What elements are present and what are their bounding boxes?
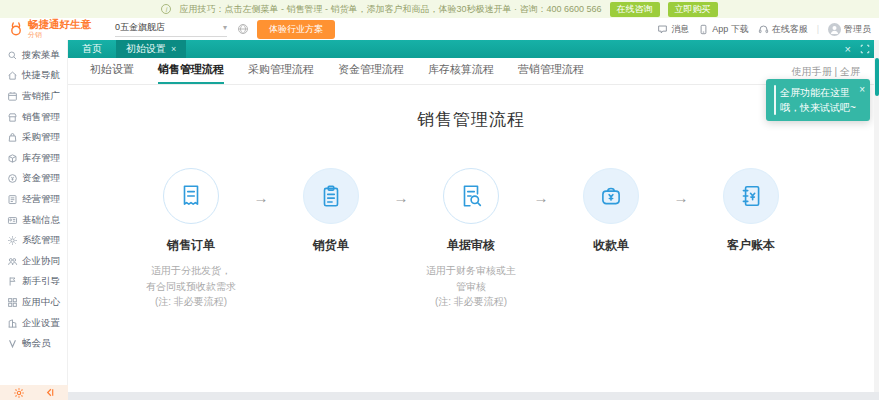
manual-fullscreen-links[interactable]: 使用手册 | 全屏 — [792, 65, 860, 79]
sidebar-nav: 搜索菜单 快捷导航 营销推广 销售管理 采购管理 库存管理 资金管理 经营管理 … — [0, 40, 68, 385]
sidebar-item-label: 经营管理 — [22, 193, 60, 206]
subtab-sales-process[interactable]: 销售管理流程 — [158, 62, 224, 84]
tab-home[interactable]: 首页 — [68, 40, 116, 58]
promo-topbar: i 应用技巧：点击左侧菜单 - 销售管理 - 销货单，添加客户和商品，体验30秒… — [0, 0, 879, 18]
settings-gear-icon[interactable] — [13, 387, 25, 399]
divider: | — [817, 24, 819, 34]
collapse-sidebar-icon[interactable] — [44, 387, 55, 398]
sidebar-item-member[interactable]: 畅会员 — [0, 333, 67, 354]
toast-close-icon[interactable]: × — [859, 82, 865, 97]
subtab-initial-settings[interactable]: 初始设置 — [90, 62, 134, 84]
sidebar-item-collaboration[interactable]: 企业协同 — [0, 251, 67, 272]
online-service-link[interactable]: 在线客服 — [758, 23, 808, 36]
flow-step-receipt: 收款单 — [559, 168, 663, 254]
subtab-marketing-process[interactable]: 营销管理流程 — [518, 62, 584, 84]
search-icon — [7, 50, 18, 61]
tab-bar: 首页 初始设置 × × — [68, 40, 879, 58]
brand-logo: 畅捷通好生意 分销 — [8, 19, 91, 38]
step-label: 销货单 — [279, 237, 383, 254]
sidebar-bottom-bar — [0, 385, 68, 400]
chat-bubble-icon — [657, 24, 668, 35]
buy-now-button[interactable]: 立即购买 — [668, 2, 718, 17]
step-description: 适用于分批发货， 有合同或预收款需求 (注: 非必要流程) — [139, 263, 243, 310]
consult-button[interactable]: 在线咨询 — [610, 2, 660, 17]
sidebar-item-quick-nav[interactable]: 快捷导航 — [0, 66, 67, 87]
tab-close-icon[interactable]: × — [171, 40, 176, 58]
coin-icon — [7, 173, 18, 184]
promo-tip-text: 应用技巧：点击左侧菜单 - 销售管理 - 销货单，添加客户和商品，体验30秒极速… — [179, 3, 601, 16]
sidebar-item-enterprise-settings[interactable]: 企业设置 — [0, 313, 67, 334]
flow-step-sales-invoice: 销货单 — [279, 168, 383, 254]
toast-accent-bar — [774, 85, 776, 115]
flag-icon — [7, 276, 18, 287]
clipboard-icon — [318, 183, 344, 209]
messages-link[interactable]: 消息 — [657, 23, 689, 36]
step-circle — [303, 168, 359, 224]
step-label: 收款单 — [559, 237, 663, 254]
flow-arrow-icon: → — [523, 189, 559, 206]
sidebar-item-label: 快捷导航 — [22, 69, 60, 82]
people-icon — [7, 256, 18, 267]
industry-solution-button[interactable]: 体验行业方案 — [257, 20, 335, 39]
org-select[interactable]: 0五金旗舰店 ▾ — [115, 21, 227, 37]
org-select-value: 0五金旗舰店 — [115, 21, 165, 34]
flow-arrow-icon: → — [383, 189, 419, 206]
messages-label: 消息 — [671, 23, 689, 36]
gear-icon — [7, 235, 18, 246]
app-download-link[interactable]: App 下载 — [698, 23, 749, 36]
headset-icon — [758, 24, 769, 35]
ledger-icon — [738, 183, 764, 209]
step-circle — [583, 168, 639, 224]
step-circle — [443, 168, 499, 224]
sidebar-item-label: 营销推广 — [22, 90, 60, 103]
sidebar-item-search-menu[interactable]: 搜索菜单 — [0, 45, 67, 66]
shopping-bag-icon — [7, 132, 18, 143]
avatar — [828, 23, 841, 36]
brand-tagline: 分销 — [28, 31, 91, 39]
sidebar-item-system[interactable]: 系统管理 — [0, 230, 67, 251]
sidebar-item-base-info[interactable]: 基础信息 — [0, 210, 67, 231]
fullscreen-icon[interactable] — [860, 44, 870, 54]
step-description: 适用于财务审核或主 管审核 (注: 非必要流程) — [419, 263, 523, 310]
chevron-down-icon: ▾ — [223, 23, 227, 32]
subtab-inventory-process[interactable]: 库存核算流程 — [428, 62, 494, 84]
subtab-purchase-process[interactable]: 采购管理流程 — [248, 62, 314, 84]
flow-step-doc-audit: 单据审核 适用于财务审核或主 管审核 (注: 非必要流程) — [419, 168, 523, 310]
flow-step-customer-ledger: 客户账本 — [699, 168, 803, 254]
sidebar-item-marketing[interactable]: 营销推广 — [0, 86, 67, 107]
user-menu[interactable]: 管理员 — [828, 23, 871, 36]
sidebar-item-funds[interactable]: 资金管理 — [0, 169, 67, 190]
flow-arrow-icon: → — [663, 189, 699, 206]
step-label: 单据审核 — [419, 237, 523, 254]
globe-icon[interactable] — [237, 23, 249, 35]
user-name: 管理员 — [844, 23, 871, 36]
sidebar-item-guide[interactable]: 新手引导 — [0, 272, 67, 293]
sidebar-item-label: 基础信息 — [22, 214, 60, 227]
process-subtabs: 初始设置 销售管理流程 采购管理流程 资金管理流程 库存核算流程 营销管理流程 … — [68, 58, 874, 85]
vertical-scrollbar — [874, 40, 879, 392]
home-icon — [7, 70, 18, 81]
step-label: 客户账本 — [699, 237, 803, 254]
scrollbar-thumb[interactable] — [875, 58, 879, 96]
close-all-tabs-icon[interactable]: × — [845, 43, 851, 55]
id-card-icon — [7, 215, 18, 226]
receipt-icon — [178, 183, 204, 209]
bottom-strip — [68, 392, 879, 400]
tab-initial-settings[interactable]: 初始设置 × — [116, 40, 186, 58]
tab-label: 初始设置 — [126, 40, 166, 58]
sales-process-flow: 销售订单 适用于分批发货， 有合同或预收款需求 (注: 非必要流程) → 销货单… — [68, 168, 874, 310]
sidebar-item-purchase[interactable]: 采购管理 — [0, 127, 67, 148]
main-content: 初始设置 销售管理流程 采购管理流程 资金管理流程 库存核算流程 营销管理流程 … — [68, 58, 874, 392]
sidebar-item-app-center[interactable]: 应用中心 — [0, 292, 67, 313]
step-label: 销售订单 — [139, 237, 243, 254]
sidebar-item-operations[interactable]: 经营管理 — [0, 189, 67, 210]
sidebar-item-inventory[interactable]: 库存管理 — [0, 148, 67, 169]
sidebar-item-label: 企业协同 — [22, 255, 60, 268]
report-icon — [7, 194, 18, 205]
sidebar-item-sales[interactable]: 销售管理 — [0, 107, 67, 128]
subtab-funds-process[interactable]: 资金管理流程 — [338, 62, 404, 84]
bunny-logo-icon — [8, 21, 24, 37]
sidebar-item-label: 销售管理 — [22, 111, 60, 124]
phone-icon — [698, 24, 709, 35]
online-service-label: 在线客服 — [772, 23, 808, 36]
